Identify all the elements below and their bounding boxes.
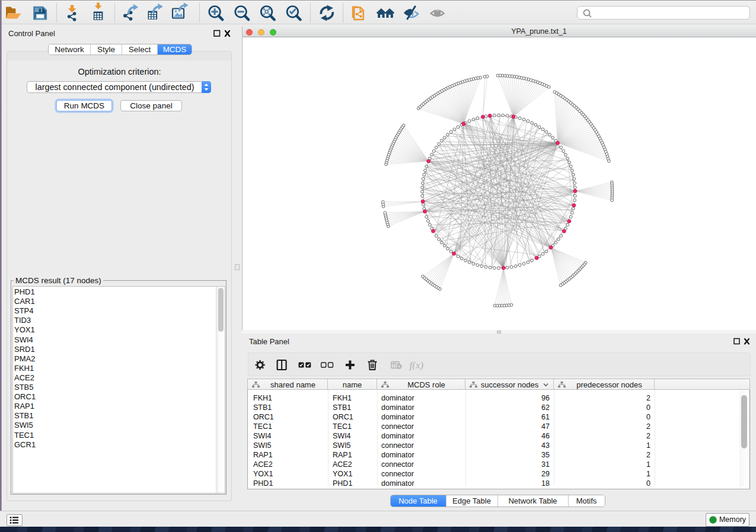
- svg-text:f(x): f(x): [410, 360, 424, 371]
